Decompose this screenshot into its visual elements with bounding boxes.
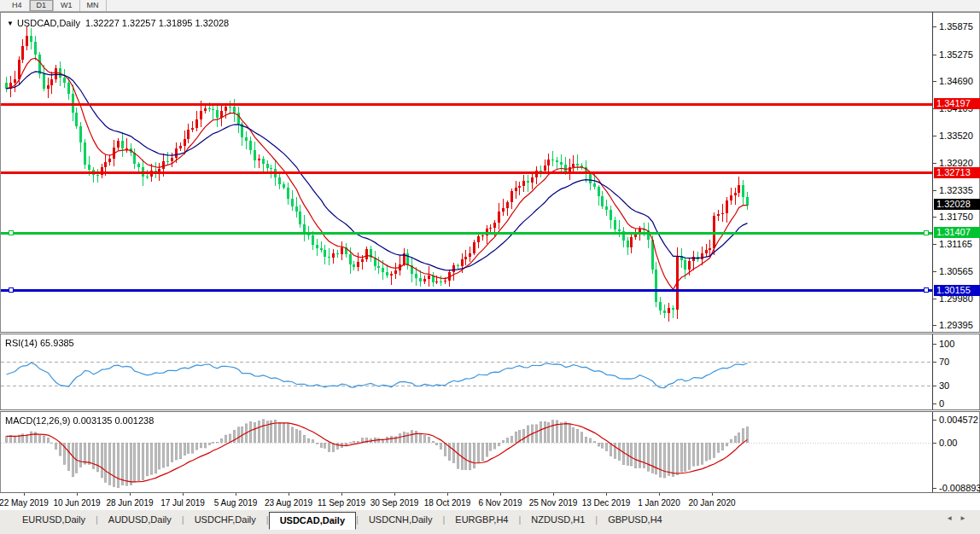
price-tick-mark <box>933 299 936 299</box>
rsi-tick-label: 100 <box>939 339 954 349</box>
rsi-tick-mark <box>933 386 936 386</box>
chart-tab-eurusd[interactable]: EURUSD,Daily <box>12 512 96 528</box>
macd-tick-mark <box>933 488 936 489</box>
rsi-tick-mark <box>933 344 936 345</box>
period-tab-w1[interactable]: W1 <box>54 0 80 11</box>
level-line-handle[interactable] <box>9 230 14 235</box>
trading-terminal: H4D1W1MN ▼USDCAD,Daily 1.32227 1.32257 1… <box>0 0 980 534</box>
date-tick-mark <box>659 493 660 496</box>
panel-splitter-macd[interactable] <box>0 409 980 412</box>
rsi-name: RSI(14) <box>5 338 38 348</box>
level-line-1.31407[interactable] <box>1 232 932 235</box>
macd-name: MACD(12,26,9) <box>5 415 70 426</box>
chart-tab-usdcnh[interactable]: USDCNH,Daily <box>359 512 443 528</box>
price-badge-1.34197: 1.34197 <box>934 98 980 109</box>
chart-tab-gbpusd[interactable]: GBPUSD,H4 <box>598 512 673 528</box>
level-line-1.34197[interactable] <box>1 103 932 106</box>
chart-title: ▼USDCAD,Daily 1.32227 1.32257 1.31895 1.… <box>7 18 229 28</box>
date-tick-mark <box>500 493 501 496</box>
macd-tick-mark <box>933 420 936 421</box>
price-tick-mark <box>933 271 936 272</box>
price-tick-mark <box>933 325 936 326</box>
price-tick-mark <box>933 81 936 82</box>
level-line-handle[interactable] <box>924 287 929 293</box>
date-tick-mark <box>394 493 395 496</box>
date-tick-mark <box>712 493 713 496</box>
date-label: 13 Dec 2019 <box>582 498 631 508</box>
price-badge-1.32713: 1.32713 <box>934 167 980 178</box>
date-label: 20 Jan 2020 <box>688 498 735 508</box>
date-label: 10 Jun 2019 <box>53 498 100 508</box>
price-tick-mark <box>933 26 936 27</box>
price-tick-mark <box>933 136 936 136</box>
date-tick-mark <box>77 493 78 496</box>
price-badge-1.30155: 1.30155 <box>934 285 980 296</box>
date-label: 28 Jun 2019 <box>106 498 153 508</box>
period-tabbar: H4D1W1MN <box>0 0 980 12</box>
date-tick-mark <box>341 493 342 496</box>
chart-window: ▼USDCAD,Daily 1.32227 1.32257 1.31895 1.… <box>0 12 980 509</box>
date-tick-mark <box>447 493 448 496</box>
chart-tab-eurgbp[interactable]: EURGBP,H4 <box>445 512 518 528</box>
macd-tick-label: 0.004572 <box>939 415 978 425</box>
rsi-tick-label: 70 <box>939 357 949 367</box>
level-line-handle[interactable] <box>9 287 14 293</box>
panel-splitter-rsi[interactable] <box>0 332 980 334</box>
price-tick-label: 1.32335 <box>939 185 973 195</box>
date-label: 5 Aug 2019 <box>214 498 258 508</box>
rsi-value: 65.9385 <box>40 338 74 348</box>
date-tick-mark <box>289 493 289 496</box>
rsi-tick-mark <box>933 362 936 363</box>
date-label: 1 Jan 2020 <box>638 498 680 508</box>
macd-values: 0.003135 0.001238 <box>73 415 154 426</box>
price-tick-label: 1.35275 <box>939 49 973 60</box>
chart-tabbar: EURUSD,Daily|AUDUSD,Daily|USDCHF,Daily|U… <box>0 509 980 534</box>
date-tick-mark <box>24 493 25 496</box>
date-tick-mark <box>553 493 554 496</box>
macd-label: MACD(12,26,9) 0.003135 0.001238 <box>5 415 154 426</box>
chart-tab-audusd[interactable]: AUDUSD,Daily <box>98 512 182 528</box>
level-line-1.32713[interactable] <box>1 171 932 174</box>
level-line-1.30155[interactable] <box>1 289 932 292</box>
date-label: 6 Nov 2019 <box>478 498 522 508</box>
price-tick-mark <box>933 190 936 191</box>
chart-tab-usdcad[interactable]: USDCAD,Daily <box>269 512 356 530</box>
rsi-tick-mark <box>933 403 936 404</box>
chart-tab-nzdusd[interactable]: NZDUSD,H1 <box>521 512 595 528</box>
date-tick-mark <box>130 493 131 496</box>
date-tick-mark <box>236 493 236 496</box>
price-tick-mark <box>933 163 936 164</box>
tab-scroll-right-icon[interactable]: ► <box>960 514 973 522</box>
price-tick-label: 1.33520 <box>939 131 973 141</box>
price-tick-label: 1.31165 <box>939 239 972 249</box>
price-tick-mark <box>933 244 936 245</box>
rsi-panel-canvas[interactable] <box>1 334 931 409</box>
rsi-label: RSI(14) 65.9385 <box>5 338 74 348</box>
price-tick-label: 1.30565 <box>939 266 973 276</box>
date-label: 25 Nov 2019 <box>529 498 578 508</box>
tab-scroll-left-icon[interactable]: ◄ <box>946 514 960 522</box>
macd-tick-label: -0.008893 <box>939 483 980 493</box>
symbol-dropdown-arrow-icon[interactable]: ▼ <box>7 20 14 27</box>
chart-tab-usdchf[interactable]: USDCHF,Daily <box>184 512 266 528</box>
date-tick-mark <box>183 493 184 496</box>
date-label: 18 Oct 2019 <box>424 498 470 508</box>
date-label: 17 Jul 2019 <box>160 498 205 508</box>
tab-scroll-arrows: ◄► <box>946 514 973 522</box>
period-tab-d1[interactable]: D1 <box>30 0 55 11</box>
date-tick-mark <box>606 493 607 496</box>
price-tick-label: 1.34690 <box>939 76 973 86</box>
price-badge-1.32028: 1.32028 <box>934 199 980 210</box>
date-label: 22 May 2019 <box>0 498 49 508</box>
period-tab-mn[interactable]: MN <box>80 0 107 11</box>
date-label: 30 Sep 2019 <box>370 498 419 508</box>
date-label: 23 Aug 2019 <box>265 498 312 508</box>
price-tick-label: 1.29395 <box>939 320 973 330</box>
date-label: 11 Sep 2019 <box>318 498 365 508</box>
level-line-handle[interactable] <box>924 230 929 235</box>
price-tick-mark <box>933 217 936 218</box>
period-tab-h4[interactable]: H4 <box>5 0 30 11</box>
date-axis: 22 May 201910 Jun 201928 Jun 201917 Jul … <box>0 492 980 510</box>
price-tick-label: 1.31750 <box>939 212 973 222</box>
rsi-tick-label: 0 <box>939 398 944 409</box>
